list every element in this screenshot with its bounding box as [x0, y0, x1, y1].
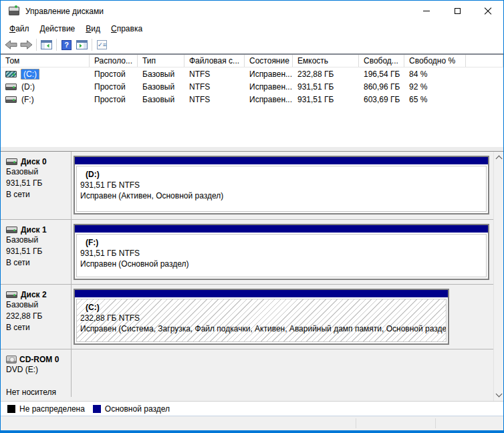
disk-management-window: Управление дисками Файл Действие Вид Спр…	[0, 0, 504, 433]
minimize-button[interactable]	[411, 1, 442, 21]
console-tree-icon	[41, 40, 52, 49]
primary-partition-swatch	[93, 405, 101, 413]
primary-partition-bar	[75, 225, 488, 233]
cdrom-row: CD-ROM 0 DVD (E:) Нет носителя	[1, 349, 503, 397]
column-header-free-pct[interactable]: Свободно %	[404, 55, 466, 67]
legend-primary-label: Основной раздел	[105, 404, 170, 414]
disk-icon	[6, 291, 17, 298]
close-button[interactable]	[473, 1, 503, 21]
toolbar-separator	[92, 39, 92, 51]
graphical-view: Диск 0 Базовый 931,51 ГБ В сети (D:) 931…	[1, 152, 503, 401]
volume-name: (D:)	[21, 82, 35, 92]
column-header-capacity[interactable]: Емкость	[293, 55, 359, 67]
show-hide-action-pane-button[interactable]	[74, 37, 90, 52]
partition-d[interactable]: (D:) 931,51 ГБ NTFS Исправен (Активен, О…	[74, 156, 489, 214]
cdrom-canvas	[72, 349, 503, 397]
volume-name: (F:)	[21, 95, 34, 104]
disk-0-label[interactable]: Диск 0 Базовый 931,51 ГБ В сети	[1, 152, 72, 219]
disk-1-canvas: (F:) 931,51 ГБ NTFS Исправен (Основной р…	[72, 220, 503, 284]
menu-file[interactable]: Файл	[4, 23, 35, 35]
toolbar-separator	[36, 39, 37, 51]
toolbar-separator	[56, 39, 57, 51]
statusbar-divider	[435, 418, 436, 428]
app-icon	[9, 7, 19, 15]
menu-view[interactable]: Вид	[80, 23, 106, 35]
menu-bar: Файл Действие Вид Справка	[1, 21, 503, 36]
cdrom-label[interactable]: CD-ROM 0 DVD (E:) Нет носителя	[1, 349, 72, 397]
help-button[interactable]: ?	[59, 37, 74, 52]
disk-2-canvas: (C:) 232,88 ГБ NTFS Исправен (Система, З…	[72, 285, 503, 349]
vertical-scrollbar[interactable]	[493, 152, 503, 401]
scroll-up-button[interactable]	[494, 152, 503, 163]
window-title: Управление дисками	[25, 7, 104, 16]
column-header-volume[interactable]: Том	[1, 55, 90, 67]
volume-name-selected: (C:)	[21, 69, 39, 80]
maximize-button[interactable]	[442, 1, 473, 21]
column-header-free[interactable]: Свобод...	[359, 55, 404, 67]
volume-icon	[5, 96, 17, 103]
menu-help[interactable]: Справка	[106, 23, 148, 35]
column-header-layout[interactable]: Располо...	[90, 55, 138, 67]
partition-c-selected[interactable]: (C:) 232,88 ГБ NTFS Исправен (Система, З…	[74, 289, 449, 345]
disk-2-label[interactable]: Диск 2 Базовый 232,88 ГБ В сети	[1, 285, 72, 349]
back-button[interactable]	[3, 37, 19, 52]
toolbar: ? ✓≡	[1, 36, 503, 54]
close-icon	[484, 7, 492, 15]
status-bar	[1, 416, 503, 430]
volume-row-c[interactable]: (C:) Простой Базовый NTFS Исправен... 23…	[1, 67, 503, 80]
disk-0-row: Диск 0 Базовый 931,51 ГБ В сети (D:) 931…	[1, 152, 503, 220]
primary-partition-bar	[75, 157, 488, 164]
disk-0-canvas: (D:) 931,51 ГБ NTFS Исправен (Активен, О…	[72, 152, 503, 219]
customize-icon: ✓≡	[97, 40, 107, 49]
menu-action[interactable]: Действие	[35, 23, 81, 35]
window-controls	[411, 1, 503, 21]
action-pane-icon	[76, 40, 88, 49]
legend-unallocated-label: Не распределена	[19, 404, 85, 414]
primary-partition-bar	[75, 290, 448, 297]
disk-icon	[6, 158, 17, 165]
chevron-up-icon	[496, 156, 503, 162]
volume-row-f[interactable]: (F:) Простой Базовый NTFS Исправен... 93…	[1, 93, 503, 106]
volume-list-header: Том Располо... Тип Файловая с... Состоян…	[1, 55, 503, 67]
disk-2-row: Диск 2 Базовый 232,88 ГБ В сети (C:) 232…	[1, 285, 503, 349]
disk-1-row: Диск 1 Базовый 931,51 ГБ В сети (F:) 931…	[1, 220, 503, 285]
minimize-icon	[423, 11, 430, 11]
pane-splitter[interactable]	[1, 147, 503, 152]
forward-icon	[20, 40, 33, 49]
volume-icon	[5, 84, 17, 90]
unallocated-swatch	[7, 405, 15, 413]
chevron-down-icon	[496, 391, 503, 398]
volume-row-d[interactable]: (D:) Простой Базовый NTFS Исправен... 93…	[1, 80, 503, 93]
disk-1-label[interactable]: Диск 1 Базовый 931,51 ГБ В сети	[1, 220, 72, 284]
column-header-filesystem[interactable]: Файловая с...	[184, 55, 245, 67]
help-icon: ?	[61, 40, 72, 50]
volume-icon	[5, 71, 17, 78]
customize-button[interactable]: ✓≡	[94, 37, 110, 52]
statusbar-divider	[356, 418, 356, 428]
partition-f[interactable]: (F:) 931,51 ГБ NTFS Исправен (Основной р…	[74, 224, 489, 280]
scroll-down-button[interactable]	[494, 390, 503, 401]
forward-button[interactable]	[19, 37, 34, 52]
disk-icon	[6, 227, 17, 233]
maximize-icon	[455, 8, 461, 14]
window-bottom-border	[1, 430, 503, 432]
volume-list: Том Располо... Тип Файловая с... Состоян…	[1, 54, 503, 147]
cdrom-icon	[6, 355, 17, 364]
title-bar: Управление дисками	[1, 1, 503, 21]
legend-bar: Не распределена Основной раздел	[1, 401, 503, 416]
back-icon	[5, 40, 17, 49]
column-header-type[interactable]: Тип	[138, 55, 184, 67]
show-console-tree-button[interactable]	[39, 37, 54, 52]
column-header-blank	[466, 55, 503, 67]
column-header-status[interactable]: Состояние	[245, 55, 293, 67]
